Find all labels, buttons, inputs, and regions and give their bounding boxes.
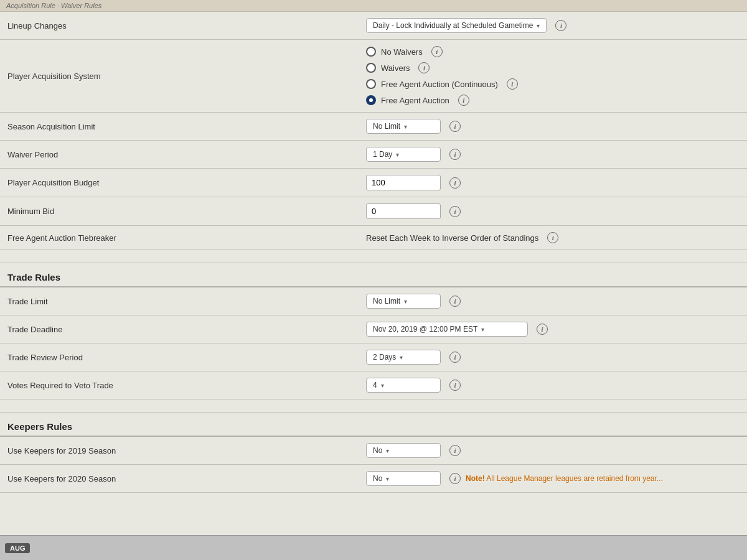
keepers-note-label: Note! — [466, 474, 485, 483]
use-keepers-2019-label: Use Keepers for 2019 Season — [0, 436, 359, 465]
votes-required-value: 4 ▾ i — [359, 371, 747, 399]
season-acquisition-limit-info-icon[interactable]: i — [449, 121, 461, 132]
votes-required-label: Votes Required to Veto Trade — [0, 371, 359, 399]
faa-info-icon[interactable]: i — [458, 95, 469, 106]
trade-deadline-info-icon[interactable]: i — [537, 324, 548, 335]
use-keepers-2019-row: Use Keepers for 2019 Season No ▾ i — [0, 436, 747, 465]
trade-limit-chevron-icon: ▾ — [404, 298, 407, 305]
radio-faa-continuous-label: Free Agent Auction (Continuous) — [381, 80, 498, 89]
lineup-changes-info-icon[interactable]: i — [555, 20, 566, 31]
keepers-note: Note! All League Manager leagues are ret… — [466, 474, 663, 483]
lineup-changes-row: Lineup Changes Daily - Lock Individually… — [0, 12, 747, 40]
trade-review-period-chevron-icon: ▾ — [400, 354, 403, 361]
minimum-bid-info-icon[interactable]: i — [449, 206, 461, 217]
lineup-changes-label: Lineup Changes — [0, 12, 359, 40]
season-acquisition-limit-label: Season Acquisition Limit — [0, 113, 359, 141]
radio-waivers-button[interactable] — [366, 63, 376, 73]
page-breadcrumb: Acquisition Rule · Waiver Rules — [0, 0, 747, 12]
radio-waivers-label: Waivers — [381, 63, 410, 73]
use-keepers-2020-chevron-icon: ▾ — [386, 475, 389, 482]
keepers-note-text: All League Manager leagues are retained … — [486, 474, 663, 483]
waiver-period-dropdown[interactable]: 1 Day ▾ — [366, 147, 441, 162]
use-keepers-2020-row: Use Keepers for 2020 Season No ▾ i Note!… — [0, 465, 747, 493]
lineup-changes-chevron-icon: ▾ — [537, 22, 540, 29]
season-acquisition-limit-dropdown-value: No Limit — [373, 122, 400, 131]
player-acquisition-budget-input[interactable] — [366, 175, 441, 190]
votes-required-info-icon[interactable]: i — [449, 380, 461, 391]
trade-limit-label: Trade Limit — [0, 287, 359, 315]
waiver-period-dropdown-value: 1 Day — [373, 150, 392, 159]
trade-review-period-label: Trade Review Period — [0, 343, 359, 371]
spacer-row-1 — [0, 250, 747, 263]
use-keepers-2019-dropdown[interactable]: No ▾ — [366, 443, 441, 458]
trade-deadline-dropdown[interactable]: Nov 20, 2019 @ 12:00 PM EST ▾ — [366, 322, 528, 337]
trade-deadline-dropdown-value: Nov 20, 2019 @ 12:00 PM EST — [373, 325, 477, 334]
trade-deadline-row: Trade Deadline Nov 20, 2019 @ 12:00 PM E… — [0, 315, 747, 343]
lineup-changes-value: Daily - Lock Individually at Scheduled G… — [359, 12, 747, 40]
votes-required-dropdown[interactable]: 4 ▾ — [366, 378, 441, 393]
main-content: Acquisition Rule · Waiver Rules Lineup C… — [0, 0, 747, 535]
radio-faa-continuous-button[interactable] — [366, 79, 376, 89]
trade-review-period-value: 2 Days ▾ i — [359, 343, 747, 371]
waiver-period-chevron-icon: ▾ — [396, 151, 399, 158]
radio-faa-button[interactable] — [366, 95, 376, 105]
faa-tiebreaker-row: Free Agent Auction Tiebreaker Reset Each… — [0, 226, 747, 250]
faa-tiebreaker-info-icon[interactable]: i — [547, 232, 558, 243]
keepers-rules-section-header: Keepers Rules — [0, 413, 747, 437]
player-acquisition-row: Player Acquisition System No Waivers i W… — [0, 40, 747, 113]
radio-no-waivers: No Waivers i — [366, 46, 740, 57]
player-acquisition-value: No Waivers i Waivers i Free Agent Auctio… — [359, 40, 747, 113]
season-acquisition-limit-dropdown[interactable]: No Limit ▾ — [366, 119, 441, 134]
waiver-period-info-icon[interactable]: i — [449, 149, 461, 160]
trade-review-period-dropdown[interactable]: 2 Days ▾ — [366, 350, 441, 365]
no-waivers-info-icon[interactable]: i — [431, 46, 443, 57]
taskbar: AUG — [0, 535, 747, 560]
use-keepers-2019-dropdown-value: No — [373, 446, 382, 455]
faa-tiebreaker-value: Reset Each Week to Inverse Order of Stan… — [359, 226, 747, 250]
votes-required-row: Votes Required to Veto Trade 4 ▾ i — [0, 371, 747, 399]
spacer-row-2 — [0, 399, 747, 413]
trade-rules-section-header: Trade Rules — [0, 263, 747, 287]
player-acquisition-budget-row: Player Acquisition Budget i — [0, 169, 747, 197]
lineup-changes-dropdown[interactable]: Daily - Lock Individually at Scheduled G… — [366, 18, 547, 33]
faa-tiebreaker-text: Reset Each Week to Inverse Order of Stan… — [366, 233, 538, 243]
waivers-info-icon[interactable]: i — [418, 62, 430, 73]
player-acquisition-budget-value: i — [359, 169, 747, 197]
trade-limit-dropdown[interactable]: No Limit ▾ — [366, 294, 441, 309]
faa-continuous-info-icon[interactable]: i — [507, 78, 518, 90]
use-keepers-2020-dropdown[interactable]: No ▾ — [366, 471, 441, 486]
season-acquisition-limit-row: Season Acquisition Limit No Limit ▾ i — [0, 113, 747, 141]
use-keepers-2020-label: Use Keepers for 2020 Season — [0, 465, 359, 493]
radio-faa: Free Agent Auction i — [366, 95, 740, 106]
waiver-period-value: 1 Day ▾ i — [359, 141, 747, 169]
breadcrumb-text: Acquisition Rule · Waiver Rules — [6, 2, 101, 9]
use-keepers-2019-info-icon[interactable]: i — [449, 445, 461, 456]
player-acquisition-budget-info-icon[interactable]: i — [449, 177, 461, 189]
trade-review-period-info-icon[interactable]: i — [449, 352, 461, 363]
trade-rules-title: Trade Rules — [0, 263, 747, 287]
minimum-bid-label: Minimum Bid — [0, 197, 359, 226]
lineup-changes-dropdown-value: Daily - Lock Individually at Scheduled G… — [373, 21, 533, 30]
votes-required-chevron-icon: ▾ — [381, 382, 384, 389]
keepers-rules-title: Keepers Rules — [0, 413, 747, 437]
faa-tiebreaker-label: Free Agent Auction Tiebreaker — [0, 226, 359, 250]
radio-faa-label: Free Agent Auction — [381, 96, 449, 105]
radio-no-waivers-label: No Waivers — [381, 47, 423, 57]
waiver-period-label: Waiver Period — [0, 141, 359, 169]
use-keepers-2020-info-icon[interactable]: i — [449, 473, 461, 484]
player-acquisition-budget-label: Player Acquisition Budget — [0, 169, 359, 197]
votes-required-dropdown-value: 4 — [373, 381, 377, 390]
trade-review-period-row: Trade Review Period 2 Days ▾ i — [0, 343, 747, 371]
minimum-bid-input[interactable] — [366, 203, 441, 219]
use-keepers-2019-chevron-icon: ▾ — [386, 447, 389, 454]
trade-review-period-dropdown-value: 2 Days — [373, 353, 396, 362]
radio-no-waivers-button[interactable] — [366, 47, 376, 57]
use-keepers-2019-value: No ▾ i — [359, 436, 747, 465]
minimum-bid-row: Minimum Bid i — [0, 197, 747, 226]
trade-limit-value: No Limit ▾ i — [359, 287, 747, 315]
player-acquisition-label: Player Acquisition System — [0, 40, 359, 113]
season-acquisition-chevron-icon: ▾ — [404, 123, 407, 130]
trade-limit-info-icon[interactable]: i — [449, 296, 461, 307]
season-acquisition-limit-value: No Limit ▾ i — [359, 113, 747, 141]
minimum-bid-value: i — [359, 197, 747, 226]
